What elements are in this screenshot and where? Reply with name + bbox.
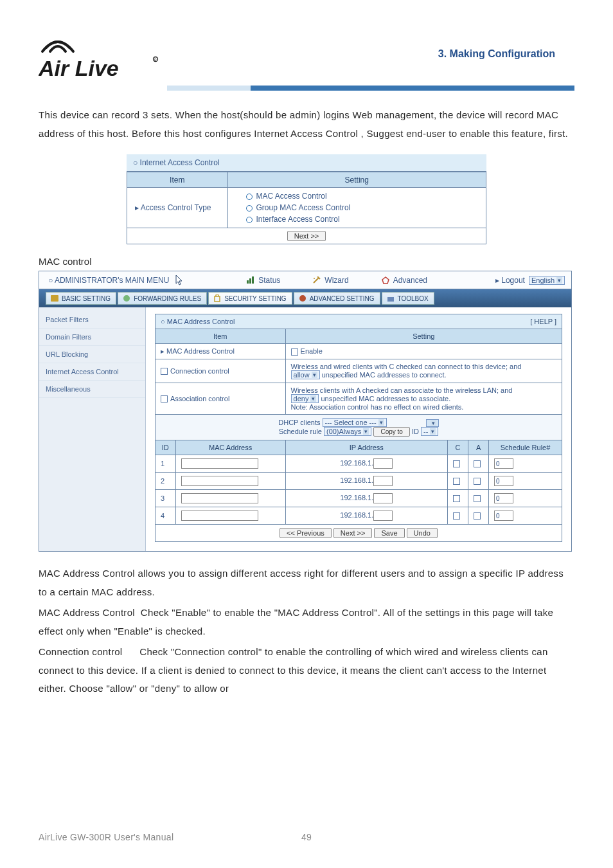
box-caption: ○ Internet Access Control bbox=[127, 154, 486, 172]
admin-title: ○ ADMINISTRATOR's MAIN MENU bbox=[39, 276, 178, 285]
th-item: Item bbox=[155, 329, 286, 344]
th-id: ID bbox=[155, 440, 176, 455]
ip-input[interactable] bbox=[373, 458, 393, 469]
th-ip: IP Address bbox=[285, 440, 448, 455]
subtab-advanced-setting[interactable]: ADVANCED SETTING bbox=[294, 292, 380, 305]
svg-rect-10 bbox=[387, 297, 394, 302]
c-checkbox[interactable] bbox=[453, 495, 460, 502]
mac-control-table: ○ MAC Address Control[ HELP ] Item Setti… bbox=[155, 314, 562, 542]
opt-interface[interactable]: Interface Access Control bbox=[246, 213, 479, 225]
th-setting: Setting bbox=[285, 329, 562, 344]
sidebar-item-misc[interactable]: Miscellaneous bbox=[39, 381, 145, 398]
a-checkbox[interactable] bbox=[474, 495, 481, 502]
row-connection-control: Connection control bbox=[155, 359, 286, 383]
row-mac-address-control: ▸ MAC Address Control bbox=[155, 344, 286, 359]
assoc-checkbox[interactable] bbox=[161, 395, 168, 402]
logout-link[interactable]: ▸ Logout bbox=[495, 276, 525, 285]
internet-access-control-box: ○ Internet Access Control Item Setting ▸… bbox=[127, 154, 486, 244]
svg-point-6 bbox=[314, 278, 315, 279]
prev-button[interactable]: << Previous bbox=[280, 528, 332, 538]
svg-rect-3 bbox=[247, 280, 249, 284]
sidebar-item-packet-filters[interactable]: Packet Filters bbox=[39, 311, 145, 329]
copy-to-button[interactable]: Copy to bbox=[373, 427, 409, 437]
save-button[interactable]: Save bbox=[374, 528, 404, 538]
id-select[interactable]: --▾ bbox=[421, 427, 438, 436]
dhcp-select[interactable]: --- Select one ---▾ bbox=[323, 418, 387, 427]
subtab-basic[interactable]: BASIC SETTING bbox=[46, 292, 116, 305]
th-c: C bbox=[448, 440, 468, 455]
table-row: 4 192.168.1. 0 bbox=[155, 507, 562, 525]
cursor-icon bbox=[175, 275, 184, 286]
conn-select[interactable]: allow▾ bbox=[291, 370, 320, 379]
tab-wizard[interactable]: Wizard bbox=[312, 276, 348, 285]
th-a: A bbox=[468, 440, 489, 455]
th-mac-addr: MAC Address bbox=[175, 440, 285, 455]
footer-left: AirLive GW-300R User's Manual bbox=[39, 832, 173, 842]
a-checkbox[interactable] bbox=[474, 460, 481, 467]
assoc-select[interactable]: deny▾ bbox=[291, 394, 319, 403]
outro-p1: MAC Address Control allows you to assign… bbox=[39, 565, 574, 601]
page-number: 49 bbox=[301, 832, 312, 842]
svg-rect-7 bbox=[51, 295, 58, 302]
rule-input[interactable]: 0 bbox=[494, 476, 513, 486]
c-checkbox[interactable] bbox=[453, 460, 460, 467]
mac-caption: ○ MAC Address Control[ HELP ] bbox=[155, 314, 562, 329]
col-item: Item bbox=[127, 172, 228, 188]
language-select[interactable]: English▾ bbox=[529, 276, 565, 285]
mac-input[interactable] bbox=[181, 511, 258, 521]
sidebar-item-internet-access-control[interactable]: Internet Access Control bbox=[39, 363, 145, 381]
sidebar: Packet Filters Domain Filters URL Blocki… bbox=[39, 307, 146, 551]
th-schedule-rule: Schedule Rule# bbox=[489, 440, 562, 455]
row-label: ▸ Access Control Type bbox=[127, 188, 228, 228]
ip-input[interactable] bbox=[373, 493, 393, 503]
conn-checkbox[interactable] bbox=[161, 368, 168, 375]
opt-mac-access[interactable]: MAC Access Control bbox=[246, 190, 479, 202]
help-link[interactable]: [ HELP ] bbox=[530, 318, 556, 325]
sidebar-item-url-blocking[interactable]: URL Blocking bbox=[39, 346, 145, 363]
svg-text:Air Live: Air Live bbox=[39, 56, 119, 80]
table-row: 1 192.168.1. 0 bbox=[155, 455, 562, 473]
table-row: 2 192.168.1. 0 bbox=[155, 473, 562, 490]
rule-input[interactable]: 0 bbox=[494, 511, 513, 521]
chapter-title: 3. Making Configuration bbox=[438, 32, 574, 60]
admin-panel: ○ ADMINISTRATOR's MAIN MENU Status Wizar… bbox=[39, 271, 572, 552]
opt-group-mac[interactable]: Group MAC Access Control bbox=[246, 202, 479, 213]
col-setting: Setting bbox=[227, 172, 486, 188]
schedule-select[interactable]: (00)Always▾ bbox=[324, 427, 371, 436]
enable-checkbox[interactable] bbox=[291, 348, 298, 356]
svg-text:R: R bbox=[154, 58, 157, 62]
rule-input[interactable]: 0 bbox=[494, 493, 513, 503]
ip-input[interactable] bbox=[373, 511, 393, 521]
intro-paragraph: This device can record 3 sets. When the … bbox=[39, 106, 574, 143]
mac-input[interactable] bbox=[181, 493, 258, 503]
undo-button[interactable]: Undo bbox=[407, 528, 438, 538]
c-checkbox[interactable] bbox=[453, 478, 460, 485]
svg-rect-4 bbox=[249, 278, 251, 284]
c-checkbox[interactable] bbox=[453, 512, 460, 520]
subtab-forwarding[interactable]: FORWARDING RULES bbox=[118, 292, 207, 305]
mac-input[interactable] bbox=[181, 458, 258, 469]
svg-point-8 bbox=[123, 295, 130, 302]
sidebar-item-domain-filters[interactable]: Domain Filters bbox=[39, 329, 145, 346]
ip-input[interactable] bbox=[373, 476, 393, 486]
a-checkbox[interactable] bbox=[474, 512, 481, 520]
tab-advanced[interactable]: Advanced bbox=[381, 276, 427, 285]
subtab-toolbox[interactable]: TOOLBOX bbox=[382, 292, 434, 305]
tab-status[interactable]: Status bbox=[246, 276, 280, 285]
a-checkbox[interactable] bbox=[474, 478, 481, 485]
subtab-security[interactable]: SECURITY SETTING bbox=[208, 292, 292, 305]
row-association-control: Association control bbox=[155, 383, 286, 415]
brand-logo: Air Live R bbox=[39, 32, 161, 82]
svg-rect-5 bbox=[252, 276, 254, 284]
table-row: 3 192.168.1. 0 bbox=[155, 490, 562, 507]
svg-point-9 bbox=[299, 295, 306, 302]
section-title: MAC control bbox=[39, 256, 574, 267]
next-button[interactable]: Next >> bbox=[287, 231, 326, 241]
rule-input[interactable]: 0 bbox=[494, 458, 513, 469]
mac-input[interactable] bbox=[181, 476, 258, 486]
next-button-2[interactable]: Next >> bbox=[333, 528, 373, 538]
